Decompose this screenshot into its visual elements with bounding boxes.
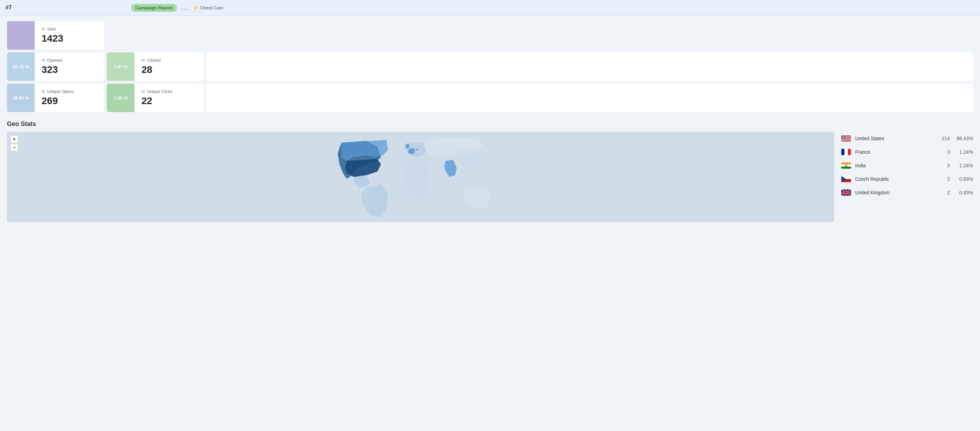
svg-point-17 [843,136,843,136]
stat-body-clicked: ✉ Clicked 28 [135,53,167,81]
world-map-svg [7,132,834,222]
stat-body-opened: ✉ Opened 323 [35,53,69,81]
unique-clicks-value: 22 [142,96,172,107]
country-row-in: India 3 1.24% [841,159,973,172]
svg-point-0 [417,149,418,150]
stat-accent-unique-opens: 18.90 % [7,84,35,112]
opened-label: ✉ Opened [41,58,62,63]
svg-rect-9 [841,139,851,139]
svg-point-23 [844,136,845,136]
svg-point-19 [845,136,845,136]
stat-accent-opened: 22.70 % [7,53,35,81]
country-name-cz: Czech Republic [855,176,932,182]
flag-fr [841,149,851,155]
country-name-gb: United Kingdom [855,190,932,195]
unique-opens-label: ✉ Unique Opens [41,89,74,94]
svg-point-16 [842,136,843,136]
stat-body-unique-opens: ✉ Unique Opens 269 [35,84,81,112]
stat-card-clicked: 1.97 % ✉ Clicked 28 [107,53,204,81]
svg-point-27 [844,137,844,137]
envelope-icon-unique-opens: ✉ [41,89,45,94]
svg-point-20 [842,136,842,136]
svg-point-15 [842,136,842,136]
country-pct-us: 88.43% [954,136,973,141]
country-name-us: United States [855,136,932,141]
stat-body-sent: ✉ Sent 1423 [35,21,70,49]
campaign-id: #7 [6,5,12,11]
country-pct-gb: 0.83% [954,190,973,195]
svg-point-45 [846,165,846,166]
more-options-button[interactable]: ... [181,4,188,11]
svg-rect-43 [841,166,851,169]
svg-point-34 [842,138,843,139]
stat-card-sent: ✉ Sent 1423 [7,21,104,49]
clicked-label: ✉ Clicked [142,58,161,63]
stat-card-unique-opens: 18.90 % ✉ Unique Opens 269 [7,84,104,112]
unique-clicks-label: ✉ Unique Clicks [142,89,172,94]
empty-card-1 [207,53,973,81]
svg-rect-10 [841,139,851,140]
country-pct-in: 1.24% [954,163,973,168]
stat-accent-clicked: 1.97 % [107,53,135,81]
campaign-report-badge: Campaign Report [131,4,177,12]
map-controls: + − [10,135,18,151]
country-row-cz: Czech Republic 2 0.83% [841,172,973,186]
country-row-fr: France 3 1.24% [841,145,973,159]
svg-rect-12 [841,140,851,141]
map-zoom-in-button[interactable]: + [10,135,18,143]
svg-rect-57 [846,190,847,196]
geo-title: Geo Stats [7,120,973,128]
svg-point-24 [842,137,842,137]
country-pct-cz: 0.83% [954,176,973,182]
svg-point-30 [843,137,843,138]
stat-accent-sent [7,21,35,49]
svg-rect-11 [841,140,851,140]
empty-card-2 [207,84,973,112]
svg-point-21 [843,136,843,136]
stat-card-unique-clicks: 1.55 % ✉ Unique Clicks 22 [107,84,204,112]
stats-section: ✉ Sent 1423 22.70 % ✉ Opened 323 1.97 [0,16,980,118]
svg-point-28 [845,137,845,137]
envelope-icon-sent: ✉ [41,27,45,32]
svg-point-31 [843,137,844,138]
stats-row-unique: 18.90 % ✉ Unique Opens 269 1.55 % ✉ Uniq… [7,84,973,112]
opened-value: 323 [41,64,62,75]
country-row-us: United States 214 88.43% [841,132,973,145]
svg-point-22 [843,136,844,136]
stat-card-opened: 22.70 % ✉ Opened 323 [7,53,104,81]
flag-in [841,163,851,169]
stat-body-unique-clicks: ✉ Unique Clicks 22 [135,84,179,112]
country-count-gb: 2 [936,190,950,195]
envelope-icon-clicked: ✉ [142,58,145,63]
map-container: + − [7,132,834,222]
geo-content: + − [7,132,973,222]
flag-us [841,135,851,142]
stats-row-sent: ✉ Sent 1423 [7,21,973,49]
svg-point-37 [845,138,845,139]
stat-accent-unique-clicks: 1.55 % [107,84,135,112]
country-count-in: 3 [936,163,950,168]
stats-row-opened-clicked: 22.70 % ✉ Opened 323 1.97 % ✉ Clicked 28 [7,53,973,81]
svg-rect-13 [841,141,851,142]
geo-section: Geo Stats + − [0,118,980,229]
map-zoom-out-button[interactable]: − [10,144,18,151]
campaign-name-input[interactable] [16,3,127,12]
country-count-fr: 3 [936,149,950,155]
header-bar: #7 Campaign Report ... ⚡ Check Cam [0,0,980,16]
svg-point-35 [843,138,843,139]
country-count-us: 214 [936,136,950,141]
sent-label: ✉ Sent [41,27,63,32]
svg-point-26 [843,137,843,137]
country-name-in: India [855,163,932,168]
svg-point-32 [844,137,845,138]
lightning-icon: ⚡ [192,5,198,10]
envelope-icon-opened: ✉ [41,58,45,63]
svg-point-18 [844,136,844,136]
svg-rect-39 [845,149,848,155]
sent-value: 1423 [41,33,63,44]
svg-rect-41 [841,163,851,164]
svg-rect-38 [841,149,845,155]
country-row-gb: United Kingdom 2 0.83% [841,186,973,200]
check-campaign-button[interactable]: ⚡ Check Cam [192,5,223,10]
clicked-value: 28 [142,64,161,75]
